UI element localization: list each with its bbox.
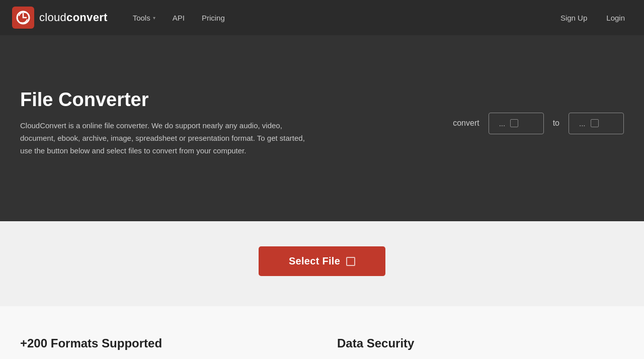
nav-pricing[interactable]: Pricing bbox=[195, 10, 232, 26]
upload-icon bbox=[346, 257, 355, 266]
hero-text: File Converter CloudConvert is a online … bbox=[20, 89, 312, 157]
select-file-button[interactable]: Select File bbox=[259, 246, 385, 276]
to-format-selector[interactable]: ... bbox=[569, 113, 624, 134]
to-format-dots: ... bbox=[579, 119, 586, 128]
tools-dropdown-arrow: ▾ bbox=[153, 15, 155, 21]
hero-description: CloudConvert is a online file converter.… bbox=[20, 120, 312, 157]
from-format-selector[interactable]: ... bbox=[489, 113, 544, 134]
hero-section: File Converter CloudConvert is a online … bbox=[0, 35, 644, 221]
navbar: cloudconvert Tools ▾ API Pricing Sign Up… bbox=[0, 0, 644, 35]
convert-label: convert bbox=[453, 119, 479, 128]
from-format-dots: ... bbox=[499, 119, 506, 128]
to-label: to bbox=[553, 119, 559, 128]
brand-text: cloudconvert bbox=[39, 11, 108, 24]
select-file-section: Select File bbox=[0, 221, 644, 306]
nav-tools[interactable]: Tools ▾ bbox=[126, 10, 163, 26]
to-format-icon bbox=[591, 119, 599, 127]
feature-security: Data Security CloudConvert is trusted by… bbox=[337, 336, 624, 359]
hero-converter: convert ... to ... bbox=[453, 113, 624, 134]
features-section: +200 Formats Supported CloudConvert is y… bbox=[0, 306, 644, 359]
nav-api[interactable]: API bbox=[166, 10, 192, 26]
feature-security-title: Data Security bbox=[337, 336, 624, 350]
hero-title: File Converter bbox=[20, 89, 312, 111]
features-grid: +200 Formats Supported CloudConvert is y… bbox=[20, 336, 624, 359]
signup-link[interactable]: Sign Up bbox=[553, 10, 594, 26]
nav-auth: Sign Up Login bbox=[553, 10, 632, 26]
logo-icon bbox=[12, 7, 34, 29]
brand-logo[interactable]: cloudconvert bbox=[12, 7, 108, 29]
from-format-icon bbox=[510, 119, 518, 127]
feature-formats: +200 Formats Supported CloudConvert is y… bbox=[20, 336, 307, 359]
nav-links: Tools ▾ API Pricing bbox=[126, 10, 553, 26]
login-link[interactable]: Login bbox=[599, 10, 632, 26]
feature-formats-title: +200 Formats Supported bbox=[20, 336, 307, 350]
